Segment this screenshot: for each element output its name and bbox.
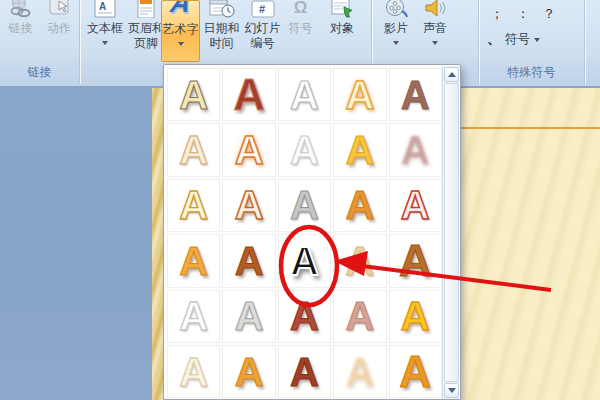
scrollbar-thumb[interactable] — [444, 83, 459, 382]
header-footer-label-line2: 页脚 — [134, 36, 158, 51]
wordart-letter: A — [179, 130, 208, 170]
header-footer-label-line1: 页眉和 — [128, 21, 164, 36]
header-footer-icon — [131, 0, 161, 18]
wordart-style-3[interactable]: A — [278, 68, 331, 121]
wordart-letter: A — [345, 75, 374, 115]
hyperlink-button[interactable]: 链接 — [2, 0, 39, 58]
hyperlink-label: 链接 — [9, 21, 33, 36]
header-footer-button[interactable]: 页眉和 页脚 — [127, 0, 165, 58]
symbol-button[interactable]: Ω 符号 — [284, 0, 317, 58]
wordart-letter: A — [345, 352, 374, 392]
wordart-letter: A — [345, 185, 374, 225]
wordart-style-13[interactable]: A — [278, 179, 331, 232]
special-symbols-group-label: 特殊符号 — [478, 64, 585, 81]
symbol-icon: Ω — [286, 0, 316, 18]
wordart-style-26[interactable]: A — [167, 345, 220, 398]
hyperlink-icon — [6, 0, 36, 18]
wordart-letter: A — [235, 130, 264, 170]
textbox-button[interactable]: A 文本框 — [84, 0, 126, 58]
triangle-down-icon — [448, 388, 456, 393]
wordart-letter: A — [399, 238, 432, 283]
textbox-icon: A — [90, 0, 120, 18]
wordart-style-20[interactable]: A — [389, 234, 442, 287]
symbol-comma[interactable]: 、 — [487, 30, 501, 48]
wordart-style-12[interactable]: A — [222, 179, 275, 232]
slide-number-button[interactable]: # 幻灯片 编号 — [243, 0, 282, 58]
wordart-style-21[interactable]: A — [167, 290, 220, 343]
wordart-style-29[interactable]: A — [333, 345, 386, 398]
wordart-style-2[interactable]: A — [222, 68, 275, 121]
movie-label: 影片 — [384, 21, 408, 36]
wordart-letter: A — [233, 73, 265, 117]
wordart-style-19[interactable]: A — [333, 234, 386, 287]
special-symbol-button[interactable]: 、 符号 — [487, 30, 540, 48]
wordart-letter: A — [235, 296, 264, 336]
wordart-letter: A — [290, 296, 319, 336]
object-button[interactable]: 对象 — [322, 0, 362, 58]
wordart-style-5[interactable]: A — [389, 68, 442, 121]
wordart-letter: A — [235, 185, 264, 225]
wordart-style-8[interactable]: A — [278, 123, 331, 176]
chevron-down-icon — [393, 41, 399, 45]
wordart-style-10[interactable]: A — [389, 123, 442, 176]
wordart-style-11[interactable]: A — [167, 179, 220, 232]
sound-label: 声音 — [423, 21, 447, 36]
symbol-colon[interactable]: ： — [516, 5, 530, 23]
wordart-letter: A — [345, 241, 374, 281]
slide-number-label-line2: 编号 — [251, 36, 275, 51]
action-button[interactable]: 动作 — [40, 0, 78, 58]
wordart-letter: A — [290, 352, 319, 392]
wordart-style-6[interactable]: A — [167, 123, 220, 176]
action-label: 动作 — [47, 21, 71, 36]
wordart-letter: A — [401, 296, 430, 336]
wordart-style-25[interactable]: A — [389, 290, 442, 343]
wordart-style-9[interactable]: A — [333, 123, 386, 176]
special-symbol-button-label: 符号 — [505, 31, 530, 48]
wordart-style-7[interactable]: A — [222, 123, 275, 176]
scroll-down-button[interactable] — [444, 383, 459, 398]
wordart-letter: A — [345, 296, 374, 336]
wordart-letter: A — [235, 241, 264, 281]
movie-button[interactable]: 影片 — [380, 0, 412, 58]
wordart-style-24[interactable]: A — [333, 290, 386, 343]
wordart-style-28[interactable]: A — [278, 345, 331, 398]
chevron-down-icon — [534, 38, 540, 42]
textbox-label: 文本框 — [87, 21, 123, 36]
chevron-down-icon — [178, 42, 184, 46]
wordart-style-27[interactable]: A — [222, 345, 275, 398]
wordart-style-30[interactable]: A — [389, 345, 442, 398]
wordart-style-4[interactable]: A — [333, 68, 386, 121]
gallery-scrollbar[interactable] — [442, 66, 459, 399]
wordart-letter: A — [290, 130, 319, 170]
object-label: 对象 — [330, 21, 354, 36]
action-icon — [44, 0, 74, 18]
wordart-style-18[interactable]: A — [278, 234, 331, 287]
slide-number-icon: # — [248, 0, 278, 18]
wordart-letter: A — [399, 350, 431, 394]
wordart-letter: A — [290, 185, 319, 225]
movie-icon — [381, 0, 411, 18]
sound-icon — [420, 0, 450, 18]
triangle-up-icon — [448, 72, 456, 77]
wordart-style-14[interactable]: A — [333, 179, 386, 232]
symbol-semicolon[interactable]: ； — [490, 5, 504, 23]
date-time-icon — [207, 0, 237, 18]
scroll-up-button[interactable] — [444, 67, 459, 82]
wordart-label: 艺术字 — [163, 22, 199, 37]
wordart-style-15[interactable]: A — [389, 179, 442, 232]
wordart-style-23[interactable]: A — [278, 290, 331, 343]
wordart-letter: A — [179, 296, 208, 336]
symbol-question[interactable]: ？ — [542, 5, 556, 23]
wordart-style-1[interactable]: A — [167, 68, 220, 121]
wordart-style-16[interactable]: A — [167, 234, 220, 287]
wordart-style-17[interactable]: A — [222, 234, 275, 287]
wordart-letter: A — [179, 185, 208, 225]
wordart-letter: A — [345, 130, 374, 170]
object-icon — [327, 0, 357, 18]
sound-button[interactable]: 声音 — [418, 0, 452, 58]
wordart-button[interactable]: A 艺术字 — [161, 0, 200, 62]
date-time-button[interactable]: 日期和 时间 — [202, 0, 241, 58]
slide-number-label-line1: 幻灯片 — [245, 21, 281, 36]
group-separator — [79, 0, 80, 84]
wordart-style-22[interactable]: A — [222, 290, 275, 343]
